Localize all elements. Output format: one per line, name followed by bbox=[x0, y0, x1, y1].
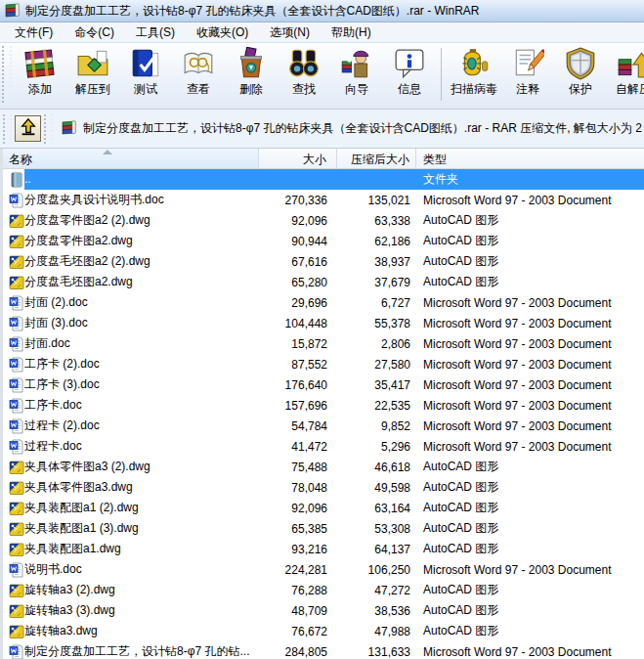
archive-winrar-books-icon bbox=[62, 119, 77, 138]
file-row-22[interactable]: 制定分度盘加工工艺，设计钻8-φ7 孔的钻...284,805131,633Mi… bbox=[3, 641, 644, 659]
file-row-6[interactable]: 封面 (3).doc104,44855,378Microsoft Word 97… bbox=[3, 313, 644, 333]
file-row-3[interactable]: 分度盘毛坯图a2 (2).dwg67,61638,937AutoCAD 图形 bbox=[3, 251, 644, 272]
up-one-level-button[interactable] bbox=[15, 115, 41, 142]
toolbar-button-信息[interactable]: 信息 bbox=[383, 45, 436, 101]
toolbar-button-测试[interactable]: 测试 bbox=[119, 45, 172, 101]
cell-type: Microsoft Word 97 - 2003 Document bbox=[410, 645, 644, 659]
addressbar-grip[interactable] bbox=[3, 114, 12, 144]
toolbar-button-注释[interactable]: 注释 bbox=[501, 45, 554, 101]
toolbar-button-解压到[interactable]: 解压到 bbox=[66, 45, 119, 101]
toolbar-button-自解压[interactable]: 自解压 bbox=[607, 45, 644, 101]
cell-type: AutoCAD 图形 bbox=[410, 500, 644, 516]
autocad-dwg-icon bbox=[3, 542, 24, 557]
file-row-11[interactable]: 过程卡 (2).doc54,7849,852Microsoft Word 97 … bbox=[3, 416, 644, 436]
column-header-size[interactable]: 大小 bbox=[259, 149, 337, 168]
cell-packed: 46,618 bbox=[327, 461, 410, 474]
cell-name: 分度盘零件图a2 (2).dwg bbox=[24, 212, 259, 229]
autocad-dwg-icon bbox=[3, 583, 24, 598]
cell-type: AutoCAD 图形 bbox=[410, 541, 644, 557]
menu-item-1[interactable]: 命令(C) bbox=[64, 22, 125, 44]
column-header-row: 名称 大小 压缩后大小 类型 bbox=[3, 149, 644, 169]
toolbar-button-查找[interactable]: 查找 bbox=[278, 45, 330, 101]
archive-add-icon bbox=[23, 47, 57, 80]
cell-name: 分度盘夹具设计说明书.doc bbox=[24, 192, 259, 208]
cell-name: 制定分度盘加工工艺，设计钻8-φ7 孔的钻... bbox=[24, 643, 259, 659]
file-row-19[interactable]: 旋转轴a3 (2).dwg76,28847,272AutoCAD 图形 bbox=[3, 580, 644, 600]
menu-item-0[interactable]: 文件(F) bbox=[4, 22, 64, 44]
cell-name: 夹具装配图a1 (2).dwg bbox=[24, 500, 259, 516]
cell-name: 夹具体零件图a3 (2).dwg bbox=[24, 459, 259, 475]
parent-directory-row[interactable]: ..文件夹 bbox=[3, 169, 644, 190]
file-row-10[interactable]: 工序卡.doc157,69622,535Microsoft Word 97 - … bbox=[3, 395, 644, 416]
folder-icon bbox=[3, 172, 24, 188]
file-row-15[interactable]: 夹具装配图a1 (2).dwg92,09663,164AutoCAD 图形 bbox=[3, 498, 644, 518]
file-row-12[interactable]: 过程卡.doc41,4725,296Microsoft Word 97 - 20… bbox=[3, 436, 644, 457]
word-doc-icon bbox=[3, 193, 24, 208]
cell-type: Microsoft Word 97 - 2003 Document bbox=[410, 337, 644, 351]
cell-size: 76,288 bbox=[259, 584, 327, 597]
archive-path-combo[interactable]: 制定分度盘加工工艺，设计钻8-φ7 孔的钻床夹具（全套设计含CAD图纸）.rar… bbox=[62, 115, 644, 143]
cell-name: 工序卡.doc bbox=[24, 397, 259, 414]
toolbar-button-添加[interactable]: 添加 bbox=[14, 45, 66, 101]
word-doc-icon bbox=[3, 562, 24, 578]
scan-virus-icon bbox=[457, 47, 491, 80]
cell-size: 67,616 bbox=[259, 255, 327, 269]
toolbar-button-删除[interactable]: 删除 bbox=[225, 45, 278, 101]
word-doc-icon bbox=[3, 336, 24, 352]
file-row-1[interactable]: 分度盘零件图a2 (2).dwg92,09663,338AutoCAD 图形 bbox=[3, 210, 644, 231]
cell-size: 93,216 bbox=[259, 543, 327, 556]
file-row-18[interactable]: 说明书.doc224,281106,250Microsoft Word 97 -… bbox=[3, 559, 644, 580]
cell-name: 工序卡 (3).doc bbox=[24, 376, 259, 393]
toolbar-button-扫描病毒[interactable]: 扫描病毒 bbox=[447, 45, 501, 101]
autocad-dwg-icon bbox=[3, 480, 24, 496]
toolbar-button-向导[interactable]: 向导 bbox=[330, 45, 383, 101]
cell-type: Microsoft Word 97 - 2003 Document bbox=[410, 194, 644, 207]
column-header-packed-label: 压缩后大小 bbox=[351, 153, 409, 166]
cell-packed: 9,852 bbox=[327, 419, 410, 433]
file-row-21[interactable]: 旋转轴a3.dwg76,67247,988AutoCAD 图形 bbox=[3, 621, 644, 641]
file-row-9[interactable]: 工序卡 (3).doc176,64035,417Microsoft Word 9… bbox=[3, 374, 644, 395]
file-row-2[interactable]: 分度盘零件图a2.dwg90,94462,186AutoCAD 图形 bbox=[3, 231, 644, 251]
menu-item-5[interactable]: 帮助(H) bbox=[321, 22, 382, 44]
file-row-16[interactable]: 夹具装配图a1 (3).dwg65,38553,308AutoCAD 图形 bbox=[3, 518, 644, 539]
cell-packed: 49,598 bbox=[327, 481, 410, 495]
file-row-8[interactable]: 工序卡 (2).doc87,55227,580Microsoft Word 97… bbox=[3, 354, 644, 374]
cell-packed: 22,535 bbox=[327, 399, 410, 413]
column-header-packed[interactable]: 压缩后大小 bbox=[337, 149, 416, 168]
column-header-name[interactable]: 名称 bbox=[3, 149, 259, 168]
cell-type: AutoCAD 图形 bbox=[410, 459, 644, 475]
toolbar-button-查看[interactable]: 查看 bbox=[172, 45, 225, 101]
addressbar-grip2[interactable] bbox=[44, 114, 53, 144]
menu-item-2[interactable]: 工具(S) bbox=[125, 22, 186, 44]
cell-type: Microsoft Word 97 - 2003 Document bbox=[410, 419, 644, 433]
word-doc-icon bbox=[3, 316, 24, 331]
menu-bar: 文件(F)命令(C)工具(S)收藏夹(O)选项(N)帮助(H) bbox=[0, 22, 644, 43]
file-row-20[interactable]: 旋转轴a3 (3).dwg48,70938,536AutoCAD 图形 bbox=[3, 600, 644, 621]
toolbar-grip[interactable] bbox=[2, 46, 12, 103]
file-row-4[interactable]: 分度盘毛坯图a2.dwg65,28037,679AutoCAD 图形 bbox=[3, 272, 644, 292]
toolbar-button-label: 信息 bbox=[398, 81, 421, 98]
cell-size: 29,696 bbox=[259, 296, 327, 310]
file-row-5[interactable]: 封面 (2).doc29,6966,727Microsoft Word 97 -… bbox=[3, 292, 644, 313]
file-row-14[interactable]: 夹具体零件图a3.dwg78,04849,598AutoCAD 图形 bbox=[3, 477, 644, 498]
file-row-7[interactable]: 封面.doc15,8722,806Microsoft Word 97 - 200… bbox=[3, 333, 644, 354]
protect-icon bbox=[564, 47, 597, 80]
menu-item-4[interactable]: 选项(N) bbox=[259, 22, 321, 44]
menu-item-3[interactable]: 收藏夹(O) bbox=[186, 22, 259, 44]
cell-type: Microsoft Word 97 - 2003 Document bbox=[410, 378, 644, 392]
cell-size: 41,472 bbox=[259, 440, 327, 454]
cell-name: .. bbox=[24, 169, 259, 190]
word-doc-icon bbox=[3, 377, 24, 393]
cell-packed: 63,164 bbox=[327, 502, 410, 515]
cell-packed: 55,378 bbox=[327, 317, 410, 330]
toolbar-button-label: 解压到 bbox=[75, 81, 110, 98]
file-row-13[interactable]: 夹具体零件图a3 (2).dwg75,48846,618AutoCAD 图形 bbox=[3, 457, 644, 477]
file-row-17[interactable]: 夹具装配图a1.dwg93,21664,137AutoCAD 图形 bbox=[3, 539, 644, 559]
toolbar-button-保护[interactable]: 保护 bbox=[554, 45, 607, 101]
column-header-type[interactable]: 类型 bbox=[416, 149, 644, 168]
word-doc-icon bbox=[3, 357, 24, 373]
cell-type: Microsoft Word 97 - 2003 Document bbox=[410, 358, 644, 372]
cell-packed: 53,308 bbox=[327, 522, 410, 536]
file-list: ..文件夹分度盘夹具设计说明书.doc270,336135,021Microso… bbox=[3, 169, 644, 659]
file-row-0[interactable]: 分度盘夹具设计说明书.doc270,336135,021Microsoft Wo… bbox=[3, 190, 644, 210]
